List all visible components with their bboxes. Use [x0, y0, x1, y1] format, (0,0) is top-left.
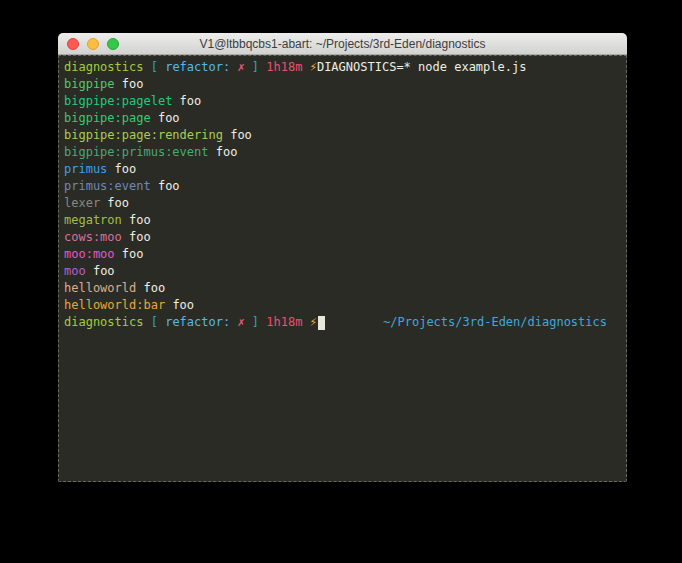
traffic-lights: [67, 33, 119, 54]
terminal-line-content: helloworld:bar foo: [64, 298, 194, 312]
terminal-text-segment: bigpipe:page: [64, 111, 158, 125]
terminal-text-segment: primus:event: [64, 179, 158, 193]
terminal-text-segment: ⚡: [310, 315, 317, 329]
terminal-text-segment: [: [151, 315, 165, 329]
terminal-text-segment: ⚡: [310, 60, 317, 74]
terminal-text-segment: primus: [64, 162, 115, 176]
terminal-text-segment: foo: [107, 196, 129, 210]
terminal-text-segment: lexer: [64, 196, 107, 210]
terminal-line-content: moo:moo foo: [64, 247, 143, 261]
terminal-line-content: bigpipe foo: [64, 77, 143, 91]
terminal-text-segment: refactor:: [165, 315, 237, 329]
terminal-line-content: lexer foo: [64, 196, 129, 210]
terminal-text-segment: foo: [230, 128, 252, 142]
terminal-line-content: diagnostics [ refactor: ✗ ] 1h18m ⚡: [64, 314, 325, 331]
terminal-text-segment: [: [151, 60, 165, 74]
terminal-line: cows:moo foo: [64, 229, 621, 246]
terminal-line: helloworld foo: [64, 280, 621, 297]
terminal-text-segment: ]: [245, 60, 267, 74]
terminal-line-content: bigpipe:page:rendering foo: [64, 128, 252, 142]
terminal-text-segment: moo:moo: [64, 247, 122, 261]
terminal-text-segment: ]: [245, 315, 267, 329]
terminal-text-segment: cows:moo: [64, 230, 129, 244]
terminal-line: bigpipe:page foo: [64, 110, 621, 127]
terminal-text-segment: foo: [115, 162, 137, 176]
terminal-line: bigpipe:primus:event foo: [64, 144, 621, 161]
terminal-text-segment: megatron: [64, 213, 129, 227]
terminal-text-segment: ✗: [237, 60, 244, 74]
terminal-text-segment: diagnostics: [64, 60, 151, 74]
terminal-cursor: [318, 316, 325, 330]
terminal-text-segment: foo: [122, 77, 144, 91]
terminal-text-segment: foo: [158, 111, 180, 125]
terminal-line-content: bigpipe:page foo: [64, 111, 180, 125]
terminal-window: V1@ltbbqcbs1-abart: ~/Projects/3rd-Eden/…: [58, 33, 627, 482]
terminal-text-segment: moo: [64, 264, 93, 278]
terminal-text-segment: ✗: [237, 315, 244, 329]
terminal-line-content: cows:moo foo: [64, 230, 151, 244]
terminal-line-content: bigpipe:pagelet foo: [64, 94, 201, 108]
terminal-line-content: helloworld foo: [64, 281, 165, 295]
terminal-text-segment: foo: [93, 264, 115, 278]
terminal-line: moo:moo foo: [64, 246, 621, 263]
right-prompt-path: ~/Projects/3rd-Eden/diagnostics: [383, 314, 607, 331]
terminal-line: lexer foo: [64, 195, 621, 212]
terminal-line: megatron foo: [64, 212, 621, 229]
terminal-text-segment: foo: [143, 281, 165, 295]
terminal-lines: diagnostics [ refactor: ✗ ] 1h18m ⚡DIAGN…: [64, 59, 621, 331]
terminal-line: bigpipe:page:rendering foo: [64, 127, 621, 144]
terminal-line-content: primus:event foo: [64, 179, 180, 193]
terminal-text-segment: bigpipe:page:rendering: [64, 128, 230, 142]
terminal-line: bigpipe:pagelet foo: [64, 93, 621, 110]
terminal-text-segment: DIAGNOSTICS=* node example.js: [317, 60, 527, 74]
terminal-line-content: primus foo: [64, 162, 136, 176]
terminal-text-segment: 1h18m: [266, 60, 309, 74]
terminal-text-segment: foo: [158, 179, 180, 193]
minimize-button[interactable]: [87, 38, 99, 50]
terminal-screen[interactable]: diagnostics [ refactor: ✗ ] 1h18m ⚡DIAGN…: [58, 55, 627, 482]
terminal-line: primus foo: [64, 161, 621, 178]
terminal-text-segment: 1h18m: [266, 315, 309, 329]
terminal-text-segment: foo: [122, 247, 144, 261]
terminal-line: bigpipe foo: [64, 76, 621, 93]
terminal-line: diagnostics [ refactor: ✗ ] 1h18m ⚡~/Pro…: [64, 314, 621, 331]
terminal-text-segment: diagnostics: [64, 315, 151, 329]
terminal-text-segment: bigpipe:pagelet: [64, 94, 180, 108]
terminal-text-segment: foo: [216, 145, 238, 159]
title-bar[interactable]: V1@ltbbqcbs1-abart: ~/Projects/3rd-Eden/…: [58, 33, 627, 55]
terminal-line-content: bigpipe:primus:event foo: [64, 145, 237, 159]
terminal-text-segment: bigpipe: [64, 77, 122, 91]
terminal-text-segment: helloworld: [64, 281, 143, 295]
terminal-text-segment: foo: [129, 213, 151, 227]
terminal-line: helloworld:bar foo: [64, 297, 621, 314]
terminal-text-segment: helloworld:bar: [64, 298, 172, 312]
close-button[interactable]: [67, 38, 79, 50]
terminal-line-content: moo foo: [64, 264, 115, 278]
terminal-text-segment: bigpipe:primus:event: [64, 145, 216, 159]
terminal-line-content: megatron foo: [64, 213, 151, 227]
terminal-text-segment: refactor:: [165, 60, 237, 74]
terminal-line: diagnostics [ refactor: ✗ ] 1h18m ⚡DIAGN…: [64, 59, 621, 76]
terminal-text-segment: foo: [129, 230, 151, 244]
terminal-text-segment: foo: [180, 94, 202, 108]
terminal-line: moo foo: [64, 263, 621, 280]
window-title: V1@ltbbqcbs1-abart: ~/Projects/3rd-Eden/…: [199, 37, 485, 51]
terminal-line-content: diagnostics [ refactor: ✗ ] 1h18m ⚡DIAGN…: [64, 60, 526, 74]
zoom-button[interactable]: [107, 38, 119, 50]
terminal-line: primus:event foo: [64, 178, 621, 195]
terminal-text-segment: foo: [172, 298, 194, 312]
